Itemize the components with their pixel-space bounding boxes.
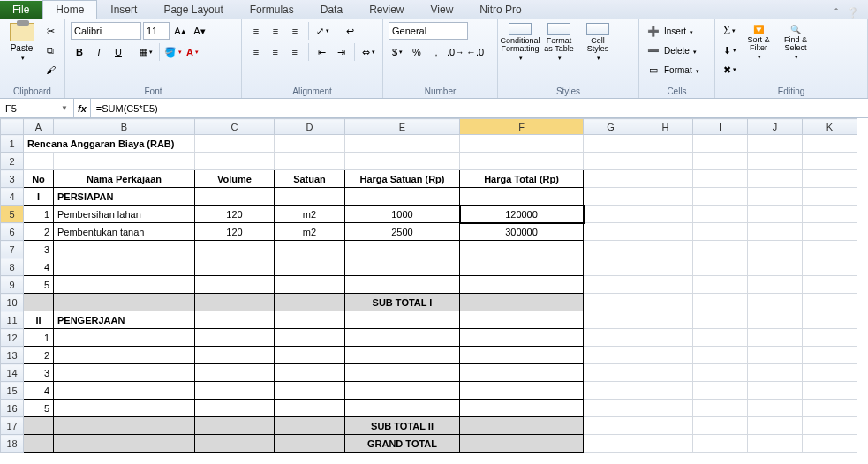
tab-view[interactable]: View bbox=[418, 0, 467, 19]
merge-center-icon[interactable]: ⇔ bbox=[359, 43, 377, 61]
number-format-select[interactable] bbox=[389, 22, 468, 40]
align-top-icon[interactable]: ≡ bbox=[247, 22, 265, 40]
italic-button[interactable]: I bbox=[90, 43, 108, 61]
cell-F5[interactable]: 120000 bbox=[460, 206, 584, 223]
row-header-12[interactable]: 12 bbox=[1, 329, 24, 347]
col-header-K[interactable]: K bbox=[803, 119, 857, 135]
autosum-button[interactable]: Σ bbox=[721, 22, 738, 40]
cell-A4[interactable]: I bbox=[24, 188, 54, 206]
select-all-button[interactable] bbox=[1, 119, 24, 135]
tab-data[interactable]: Data bbox=[307, 0, 356, 19]
cell-E18[interactable]: GRAND TOTAL bbox=[345, 435, 460, 453]
cell-E5[interactable]: 1000 bbox=[345, 206, 460, 223]
cell-D1[interactable] bbox=[275, 135, 345, 153]
cell-E17[interactable]: SUB TOTAL II bbox=[345, 417, 460, 435]
ribbon-minimize-icon[interactable]: ˆ bbox=[834, 7, 838, 19]
row-header-10[interactable]: 10 bbox=[1, 294, 24, 311]
row-header-2[interactable]: 2 bbox=[1, 153, 24, 170]
cell-B6[interactable]: Pembentukan tanah bbox=[54, 223, 195, 241]
cell-A3[interactable]: No bbox=[24, 170, 54, 188]
insert-dropdown[interactable] bbox=[688, 26, 693, 36]
cell-A13[interactable]: 2 bbox=[24, 347, 54, 364]
col-header-B[interactable]: B bbox=[54, 119, 195, 135]
cell-D5[interactable]: m2 bbox=[275, 206, 345, 223]
name-box-dropdown-icon[interactable]: ▼ bbox=[61, 104, 68, 112]
formula-input[interactable]: =SUM(C5*E5) bbox=[91, 99, 868, 117]
grow-font-icon[interactable]: A▴ bbox=[171, 22, 189, 40]
tab-home[interactable]: Home bbox=[42, 0, 97, 19]
align-bottom-icon[interactable]: ≡ bbox=[286, 22, 304, 40]
orientation-icon[interactable]: ⤢ bbox=[313, 22, 331, 40]
col-header-J[interactable]: J bbox=[748, 119, 803, 135]
cell-A14[interactable]: 3 bbox=[24, 364, 54, 382]
clear-button[interactable]: ✖ bbox=[721, 61, 738, 79]
cell-D6[interactable]: m2 bbox=[275, 223, 345, 241]
cell-E10[interactable]: SUB TOTAL I bbox=[345, 294, 460, 311]
cell-A15[interactable]: 4 bbox=[24, 382, 54, 400]
align-left-icon[interactable]: ≡ bbox=[247, 43, 265, 61]
row-header-14[interactable]: 14 bbox=[1, 364, 24, 382]
tab-review[interactable]: Review bbox=[356, 0, 417, 19]
cell-A16[interactable]: 5 bbox=[24, 400, 54, 417]
cell-A6[interactable]: 2 bbox=[24, 223, 54, 241]
sort-filter-button[interactable]: 🔽 Sort & Filter bbox=[742, 22, 775, 63]
percent-format-icon[interactable]: % bbox=[408, 43, 426, 61]
decrease-indent-icon[interactable]: ⇤ bbox=[313, 43, 331, 61]
row-header-13[interactable]: 13 bbox=[1, 347, 24, 364]
font-name-select[interactable] bbox=[71, 22, 141, 40]
row-header-3[interactable]: 3 bbox=[1, 170, 24, 188]
row-header-1[interactable]: 1 bbox=[1, 135, 24, 153]
fx-icon[interactable]: fx bbox=[78, 103, 87, 114]
name-box[interactable]: F5 ▼ bbox=[0, 99, 74, 117]
tab-nitro-pro[interactable]: Nitro Pro bbox=[466, 0, 534, 19]
conditional-formatting-button[interactable]: Conditional Formatting bbox=[503, 22, 537, 63]
cell-B3[interactable]: Nama Perkajaan bbox=[54, 170, 195, 188]
fill-button[interactable]: ⬇ bbox=[721, 41, 738, 59]
format-cells-icon[interactable]: ▭ bbox=[645, 61, 662, 79]
shrink-font-icon[interactable]: A▾ bbox=[191, 22, 208, 40]
row-header-7[interactable]: 7 bbox=[1, 241, 24, 258]
row-header-17[interactable]: 17 bbox=[1, 417, 24, 435]
row-header-9[interactable]: 9 bbox=[1, 276, 24, 294]
format-painter-icon[interactable]: 🖌 bbox=[42, 61, 59, 79]
file-tab[interactable]: File bbox=[0, 1, 42, 19]
worksheet-grid[interactable]: A B C D E F G H I J K 1 Rencana Anggaran… bbox=[0, 118, 868, 464]
row-header-6[interactable]: 6 bbox=[1, 223, 24, 241]
align-middle-icon[interactable]: ≡ bbox=[267, 22, 284, 40]
underline-button[interactable]: U bbox=[109, 43, 127, 61]
col-header-G[interactable]: G bbox=[584, 119, 638, 135]
col-header-I[interactable]: I bbox=[693, 119, 748, 135]
tab-formulas[interactable]: Formulas bbox=[237, 0, 307, 19]
align-center-icon[interactable]: ≡ bbox=[267, 43, 284, 61]
row-header-8[interactable]: 8 bbox=[1, 258, 24, 276]
font-color-button[interactable]: A bbox=[184, 43, 201, 61]
cell-E3[interactable]: Harga Satuan (Rp) bbox=[345, 170, 460, 188]
cell-B11[interactable]: PENGERJAAN bbox=[54, 311, 195, 329]
fill-color-button[interactable]: 🪣 bbox=[164, 43, 182, 61]
increase-decimal-icon[interactable]: .0→ bbox=[447, 43, 464, 61]
bold-button[interactable]: B bbox=[71, 43, 88, 61]
paste-button[interactable]: Paste bbox=[5, 22, 38, 63]
cell-A5[interactable]: 1 bbox=[24, 206, 54, 223]
col-header-E[interactable]: E bbox=[345, 119, 460, 135]
format-as-table-button[interactable]: Format as Table bbox=[542, 22, 576, 63]
tab-page-layout[interactable]: Page Layout bbox=[150, 0, 236, 19]
cell-A12[interactable]: 1 bbox=[24, 329, 54, 347]
cell-E1[interactable] bbox=[345, 135, 460, 153]
row-header-4[interactable]: 4 bbox=[1, 188, 24, 206]
row-header-5[interactable]: 5 bbox=[1, 206, 24, 223]
increase-indent-icon[interactable]: ⇥ bbox=[332, 43, 350, 61]
cell-F6[interactable]: 300000 bbox=[460, 223, 584, 241]
align-right-icon[interactable]: ≡ bbox=[286, 43, 304, 61]
cell-C5[interactable]: 120 bbox=[195, 206, 275, 223]
accounting-format-icon[interactable]: $ bbox=[389, 43, 406, 61]
row-header-11[interactable]: 11 bbox=[1, 311, 24, 329]
find-select-button[interactable]: 🔍 Find & Select bbox=[779, 22, 812, 63]
cell-A7[interactable]: 3 bbox=[24, 241, 54, 258]
row-header-18[interactable]: 18 bbox=[1, 435, 24, 453]
cell-E6[interactable]: 2500 bbox=[345, 223, 460, 241]
col-header-D[interactable]: D bbox=[275, 119, 345, 135]
cell-C6[interactable]: 120 bbox=[195, 223, 275, 241]
cell-A8[interactable]: 4 bbox=[24, 258, 54, 276]
font-size-select[interactable] bbox=[143, 22, 170, 40]
